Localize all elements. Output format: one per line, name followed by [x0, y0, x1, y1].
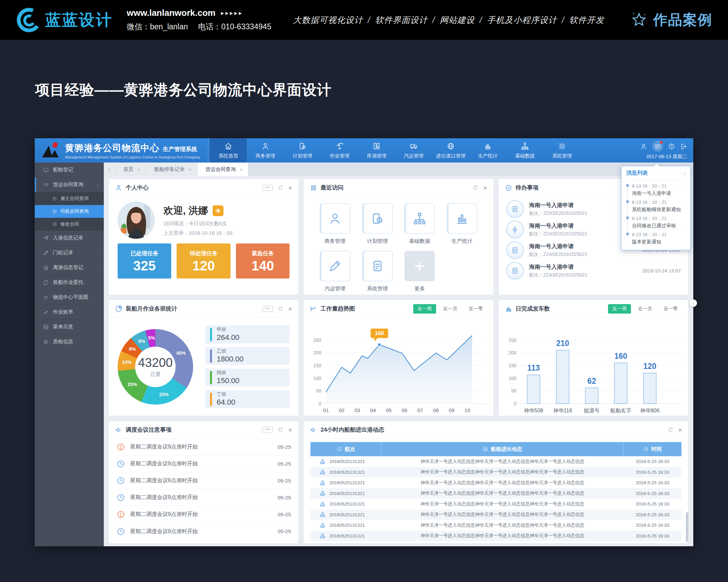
table-row[interactable]: 20160525131321 神华天津一号进入动态信息神华天津一号进入动态信息神… — [310, 456, 681, 467]
table-row[interactable]: 20160525131321 神华天津一号进入动态信息神华天津一号进入动态信息神… — [310, 488, 681, 499]
tab[interactable]: 船舶停靠记录 × — [146, 162, 198, 176]
more-options-button[interactable]: ••• — [263, 306, 273, 312]
nav-item[interactable]: 生产统计 — [469, 138, 506, 162]
ship-icon — [319, 522, 326, 529]
tab[interactable]: 首页 × — [115, 162, 146, 176]
current-date: 2017-06-13 星期二 — [646, 153, 687, 160]
tab[interactable]: 货运合同查询 × — [198, 162, 249, 176]
message-entry[interactable]: 6-13 16：33：21 版本更新通知 — [632, 232, 685, 245]
recent-visit-tile[interactable]: 商务管理 — [314, 203, 356, 245]
sidebar-item[interactable]: 作业效率 — [35, 305, 104, 320]
table-row[interactable]: 20160525131321 神华天津一号进入动态信息神华天津一号进入动态信息神… — [310, 509, 681, 520]
recent-visit-tile[interactable]: 系统管理 — [356, 251, 399, 292]
donut-segment-label: 8% — [129, 346, 135, 352]
sidebar-item[interactable]: 质检信息 — [35, 334, 104, 349]
refresh-icon[interactable] — [278, 427, 283, 433]
sidebar-item[interactable]: 货运合同查询 ⌄ — [35, 177, 104, 192]
message-entry[interactable]: 6-13 16：33：21 系统船舶模块更新通知 — [632, 199, 685, 213]
ship-icon — [319, 511, 326, 518]
sidebar-item[interactable]: 离港信息登记 › — [35, 260, 104, 275]
message-entry[interactable]: 6-13 16：33：21 合同修改已通过审核 — [632, 216, 685, 229]
clock-icon — [116, 459, 125, 469]
chart-range-tab[interactable]: 近一季 — [659, 304, 682, 313]
nav-item[interactable]: 作业管理 — [321, 138, 358, 162]
nav-item[interactable]: 进出道口管理 — [432, 138, 469, 162]
meeting-note-row[interactable]: 星期二调度会议9点准时开始 05-25 — [116, 473, 291, 489]
sidebar-item[interactable]: 船舶登记 — [35, 162, 104, 177]
close-tab-icon[interactable]: × — [137, 167, 140, 172]
chart-range-tab[interactable]: 近一周 — [608, 304, 631, 313]
nav-item[interactable]: 计划管理 — [284, 138, 321, 162]
meeting-note-row[interactable]: 星期二调度会议9点准时开始 05-25 — [116, 456, 291, 473]
separator: / — [368, 15, 370, 25]
refresh-icon[interactable] — [472, 185, 478, 191]
meeting-note-row[interactable]: 星期二调度会议9点准时开始 05-25 — [116, 506, 291, 523]
close-icon[interactable]: × — [483, 184, 487, 191]
sidebar-item[interactable]: 物流中心平面图 — [35, 290, 104, 305]
sidebar-item[interactable]: 装船作业委托 — [35, 275, 104, 290]
chevron-right-icon[interactable]: › — [684, 171, 685, 176]
help-icon[interactable] — [668, 143, 675, 150]
todo-item[interactable]: 海南一号入港申请 船次：ZZASE20161025021 2016-10-24 … — [506, 260, 681, 281]
recent-visit-tile[interactable]: 基础数据 — [398, 203, 441, 245]
chart-range-tab[interactable]: 近一月 — [439, 304, 462, 313]
nav-item[interactable]: 汽运管理 — [395, 138, 432, 162]
nav-item[interactable]: 库场管理 — [358, 138, 395, 162]
sidebar-item[interactable]: 门机记录 › — [35, 246, 104, 260]
donut-segment-label: 10% — [122, 359, 131, 365]
nav-item[interactable]: 基础数据 — [506, 138, 543, 162]
sidebar-subitem[interactable]: 司机合同查询 — [35, 205, 104, 218]
sidebar-subitem[interactable]: 修改合同 — [35, 218, 104, 231]
ship-icon — [319, 490, 326, 497]
header-right: 2017-06-13 星期二 — [640, 138, 693, 162]
recent-visit-tile[interactable]: 生产统计 — [441, 203, 483, 245]
sidebar-item[interactable]: 菜单示意 — [35, 320, 104, 334]
refresh-icon[interactable] — [278, 306, 283, 311]
close-tab-icon[interactable]: × — [189, 167, 192, 172]
meeting-note-row[interactable]: 星期二调度会议9点准时开始 05-25 — [116, 489, 291, 506]
refresh-icon[interactable] — [278, 185, 283, 191]
table-row[interactable]: 20160525131321 神华天津一号进入动态信息神华天津一号进入动态信息神… — [310, 499, 681, 509]
close-icon[interactable]: × — [288, 184, 292, 191]
tab-scroll-left-button[interactable]: ‹ — [104, 162, 115, 176]
table-row[interactable]: 20160525131321 神华天津一号进入动态信息神华天津一号进入动态信息神… — [310, 531, 681, 541]
recent-visit-tile[interactable]: 更多 — [398, 251, 441, 292]
logout-icon[interactable] — [680, 143, 687, 150]
sidebar-item[interactable]: 入港信息记录 — [35, 231, 104, 246]
stat-tile[interactable]: 紧急任务 140 — [236, 244, 289, 279]
donut-segment-label: 8% — [138, 338, 145, 344]
truck-icon — [410, 142, 418, 150]
stat-tile[interactable]: 待处理任务 120 — [177, 244, 230, 279]
nav-item[interactable]: 系统首页 — [210, 138, 247, 162]
more-options-button[interactable]: ••• — [263, 185, 273, 191]
recent-visit-tile[interactable]: 汽运管理 — [314, 251, 356, 292]
close-icon[interactable]: × — [678, 426, 682, 433]
table-row[interactable]: 20160525131321 神华天津一号进入动态信息神华天津一号进入动态信息神… — [310, 520, 681, 531]
close-icon[interactable]: × — [288, 305, 292, 312]
meeting-note-row[interactable]: 星期二调度会议9点准时开始 05-25 — [116, 523, 291, 540]
meeting-note-row[interactable]: 星期二调度会议9点准时开始 05-25 — [116, 439, 291, 456]
refresh-icon[interactable] — [668, 427, 673, 433]
welcome-text: 欢迎, 洪娜 — [163, 204, 208, 218]
more-options-button[interactable]: ••• — [263, 427, 273, 433]
chart-range-tab[interactable]: 近一季 — [464, 304, 487, 313]
doc-icon — [506, 262, 524, 280]
stat-tile[interactable]: 已处理任务 325 — [118, 244, 171, 279]
nav-item[interactable]: 系统管理 — [543, 138, 580, 162]
table-scrollbar[interactable] — [686, 512, 688, 542]
table-row[interactable]: 20160525131321 神华天津一号进入动态信息神华天津一号进入动态信息神… — [310, 478, 681, 488]
user-icon[interactable] — [640, 143, 647, 150]
chart-range-tab[interactable]: 近一周 — [413, 304, 436, 313]
messages-button[interactable] — [652, 141, 663, 152]
close-tab-icon[interactable]: × — [240, 167, 243, 172]
card-title: 24小时内船舶进出港动态 — [320, 426, 384, 434]
table-row[interactable]: 20160525131321 神华天津一号进入动态信息神华天津一号进入动态信息神… — [310, 467, 681, 478]
message-entry[interactable]: 6-13 16：33：21 海南一号入港申请 — [632, 183, 685, 197]
nav-item[interactable]: 商务管理 — [247, 138, 284, 162]
chart-range-tab[interactable]: 近一月 — [634, 304, 656, 313]
close-icon[interactable]: × — [288, 426, 292, 433]
portfolio-link[interactable]: 作品案例 — [630, 10, 712, 29]
sidebar-collapse-handle[interactable]: ‹ — [690, 299, 697, 307]
sidebar-subitem[interactable]: 雇主合同查询 — [35, 192, 104, 205]
recent-visit-tile[interactable]: 计划管理 — [356, 203, 399, 245]
